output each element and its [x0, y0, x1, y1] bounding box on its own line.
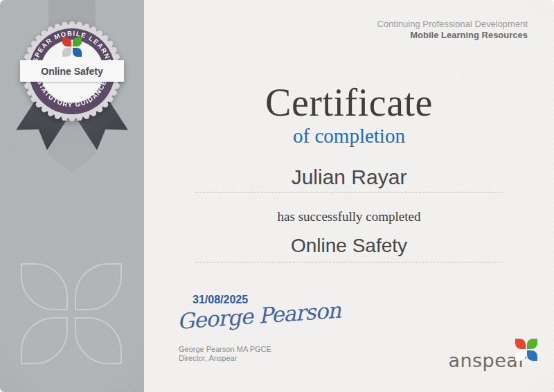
decoration-petal	[75, 317, 122, 364]
certificate-title: Certificate	[144, 80, 554, 125]
recipient-name: Julian Rayar	[144, 166, 554, 189]
signer-name: George Pearson MA PGCE	[179, 345, 341, 354]
decoration-petal	[21, 317, 68, 364]
certificate-body: Continuing Professional Development Mobi…	[144, 0, 554, 392]
logo-petal-blue	[527, 350, 537, 361]
logo-petal-red	[62, 37, 71, 46]
badge-course-label: Online Safety	[41, 66, 103, 77]
decoration-petal	[21, 263, 68, 310]
petal-flower-decoration	[21, 263, 122, 364]
signer-details: George Pearson MA PGCE Director, Anspear	[179, 345, 341, 363]
anspear-logo-icon	[515, 339, 537, 361]
certificate-page: ANSPEAR MOBILE LEARNING STATUTORY GUIDAN…	[0, 0, 554, 392]
logo-petal-red	[515, 339, 526, 349]
sidebar: ANSPEAR MOBILE LEARNING STATUTORY GUIDAN…	[0, 0, 144, 392]
signature-block: 31/08/2025 George Pearson George Pearson…	[177, 294, 341, 363]
logo-petal-gray	[62, 48, 71, 57]
course-underline	[195, 262, 503, 262]
signer-title: Director, Anspear	[179, 354, 341, 363]
logo-petal-green	[527, 339, 537, 349]
cpd-header: Continuing Professional Development Mobi…	[377, 19, 528, 41]
course-badge: ANSPEAR MOBILE LEARNING STATUTORY GUIDAN…	[20, 19, 124, 123]
logo-petal-green	[73, 37, 82, 46]
completion-statement: has successfully completed	[144, 209, 554, 224]
anspear-brand: anspear	[448, 351, 526, 370]
decoration-petal	[75, 263, 122, 310]
cpd-line2: Mobile Learning Resources	[377, 30, 528, 41]
logo-petal-white	[515, 350, 526, 361]
course-name: Online Safety	[144, 235, 554, 257]
logo-petal-blue	[73, 48, 82, 57]
cpd-line1: Continuing Professional Development	[377, 19, 528, 30]
recipient-underline	[195, 192, 503, 193]
certificate-subtitle: of completion	[144, 125, 554, 148]
